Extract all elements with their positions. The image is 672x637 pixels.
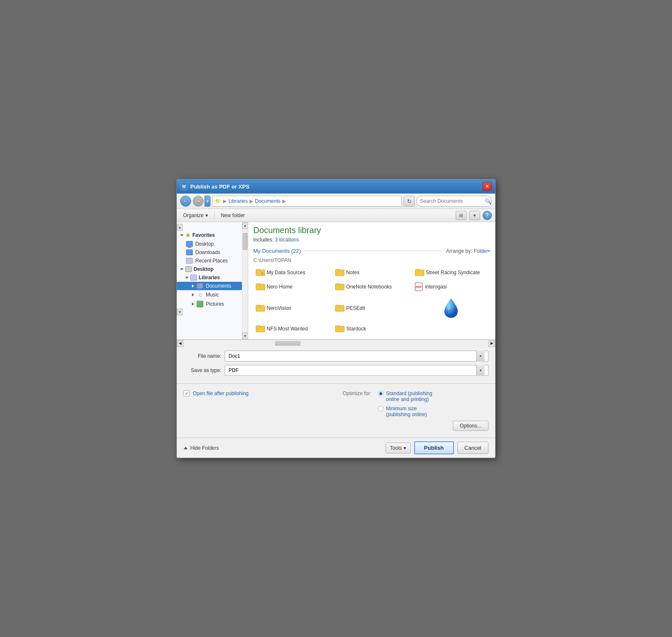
section-divider: My Documents (22) Arrange by: Folder ▾: [253, 248, 490, 254]
notes-folder-icon: [335, 269, 344, 276]
nav-dropdown-button[interactable]: ▾: [205, 196, 210, 207]
sidebar-item-music[interactable]: ♫ Music: [177, 290, 242, 299]
search-icon[interactable]: 🔍: [485, 198, 491, 204]
sb-scroll-up[interactable]: ▲: [242, 222, 248, 229]
file-item-nerovision[interactable]: NeroVision: [253, 296, 331, 320]
music-expand-icon: [192, 293, 194, 296]
arrange-value[interactable]: Folder: [474, 248, 488, 254]
sidebar-item-recent-places[interactable]: Recent Places: [177, 257, 242, 265]
file-item-nfs[interactable]: NFS Most Wanted: [253, 324, 331, 334]
file-item-pesedit[interactable]: PESEdit: [333, 296, 410, 320]
sb-scroll-down[interactable]: ▼: [242, 333, 248, 339]
sidebar-scroll-down[interactable]: ▼: [177, 309, 183, 315]
options-button[interactable]: Options...: [453, 421, 488, 431]
open-after-publishing-row[interactable]: ✓ Open file after publishing: [184, 391, 249, 396]
file-item-street-racing[interactable]: Street Racing Syndicate: [412, 267, 490, 278]
filetype-row: Save as type: PDF ▾: [184, 365, 488, 376]
view-dropdown-button[interactable]: ▾: [469, 211, 480, 220]
sidebar-downloads-label: Downloads: [195, 249, 220, 255]
close-button[interactable]: ✕: [483, 182, 492, 191]
sidebar-libraries-header[interactable]: Libraries: [177, 273, 242, 282]
search-bar: 🔍: [416, 196, 492, 207]
forward-button[interactable]: →: [193, 196, 204, 207]
sidebar-item-pictures[interactable]: Pictures: [177, 299, 242, 309]
back-button[interactable]: ←: [180, 196, 191, 207]
h-scroll-left[interactable]: ◀: [177, 340, 184, 347]
minimum-radio[interactable]: [378, 406, 383, 412]
file-item-onenote[interactable]: OneNote Notebooks: [333, 281, 410, 293]
hide-folders-label: Hide Folders: [190, 445, 219, 451]
sidebar-item-desktop[interactable]: Desktop: [177, 240, 242, 248]
onenote-folder-icon: [335, 283, 344, 290]
file-item-notes[interactable]: Notes: [333, 267, 410, 278]
sidebar-pictures-label: Pictures: [206, 301, 224, 307]
documents-icon: [197, 283, 203, 289]
publish-dialog: W Publish as PDF or XPS ✕ ← → ▾ 📁 ▶ Libr…: [176, 179, 496, 458]
file-name-interogasi: interogasi: [425, 284, 447, 290]
filetype-dropdown-arrow[interactable]: ▾: [476, 365, 485, 376]
sidebar-scroll-up[interactable]: ▲: [177, 224, 183, 231]
h-scroll-track[interactable]: [184, 341, 488, 346]
sidebar-favorites-header[interactable]: ★ Favorites: [177, 231, 242, 240]
filename-label: File name:: [184, 353, 221, 359]
file-item-my-data-sources[interactable]: ⚙ My Data Sources: [253, 267, 331, 278]
standard-radio[interactable]: [378, 391, 383, 396]
options-area: ✓ Open file after publishing Optimize fo…: [177, 384, 495, 438]
open-after-label: Open file after publishing: [193, 391, 249, 396]
tools-button[interactable]: Tools ▾: [386, 443, 411, 454]
tools-dropdown-icon: ▾: [404, 445, 406, 451]
refresh-button[interactable]: ↻: [404, 196, 415, 207]
file-item-stardock[interactable]: Stardock: [333, 324, 410, 334]
sb-scroll-thumb[interactable]: [243, 233, 247, 250]
sidebar-item-documents[interactable]: Documents: [177, 282, 242, 290]
filename-dropdown-arrow[interactable]: ▾: [476, 351, 485, 362]
toolbar-right: ⊞ ▾ ?: [456, 211, 492, 220]
sb-scroll-track[interactable]: [242, 229, 248, 333]
filename-input[interactable]: [228, 353, 476, 359]
sidebar-favorites-label: Favorites: [192, 232, 215, 238]
pdf-icon: PDF: [415, 283, 423, 291]
sidebar-documents-label: Documents: [206, 283, 231, 289]
organize-button[interactable]: Organize ▾: [180, 211, 211, 220]
section-line: [304, 251, 443, 251]
toolbar: Organize ▾ New folder ⊞ ▾ ?: [177, 209, 495, 222]
arrange-dropdown-icon[interactable]: ▾: [488, 249, 490, 253]
breadcrumb-libraries[interactable]: Libraries: [228, 198, 248, 204]
standard-radio-row[interactable]: Standard (publishing online and printing…: [378, 391, 432, 402]
file-item-nero-home[interactable]: Nero Home: [253, 281, 331, 293]
publish-button[interactable]: Publish: [414, 441, 454, 454]
main-area: ▲ ★ Favorites Desktop Downloads R: [177, 222, 495, 340]
sidebar-music-label: Music: [206, 292, 219, 298]
downloads-icon: [186, 249, 193, 255]
filetype-label: Save as type:: [184, 367, 221, 373]
file-name-nfs: NFS Most Wanted: [267, 326, 308, 332]
filename-row: File name: ▾: [184, 351, 488, 362]
breadcrumb-documents[interactable]: Documents: [255, 198, 281, 204]
h-scroll-thumb[interactable]: [275, 341, 300, 346]
file-area: Documents library Includes: 3 locations …: [248, 222, 495, 339]
open-after-checkbox[interactable]: ✓: [184, 391, 189, 396]
view-button[interactable]: ⊞: [456, 211, 467, 220]
h-scroll-right[interactable]: ▶: [488, 340, 495, 347]
arrange-label: Arrange by:: [446, 248, 472, 254]
library-title: Documents library: [253, 225, 490, 235]
my-data-sources-icon: ⚙: [256, 269, 264, 276]
organize-label: Organize: [183, 212, 204, 218]
file-name-nerovision: NeroVision: [267, 305, 291, 311]
library-locations-link[interactable]: 3 locations: [275, 237, 299, 243]
file-item-interogasi[interactable]: PDF interogasi: [412, 281, 490, 293]
sidebar-item-downloads[interactable]: Downloads: [177, 248, 242, 257]
help-button[interactable]: ?: [483, 211, 492, 220]
water-drop-icon: [443, 298, 459, 319]
organize-dropdown-icon: ▾: [205, 212, 208, 218]
section-path: C:\Users\TOPAN: [253, 257, 490, 263]
cancel-button[interactable]: Cancel: [457, 442, 488, 454]
search-input[interactable]: [420, 198, 483, 204]
minimum-radio-row[interactable]: Minimum size (publishing online): [378, 406, 432, 417]
desktop-icon: [186, 241, 193, 247]
new-folder-button[interactable]: New folder: [218, 211, 248, 220]
hide-folders-arrow-icon: [184, 447, 188, 449]
hide-folders-button[interactable]: Hide Folders: [184, 445, 219, 451]
sidebar-desktop-header[interactable]: Desktop: [177, 265, 242, 273]
options-right: Optimize for: Standard (publishing onlin…: [343, 391, 488, 431]
